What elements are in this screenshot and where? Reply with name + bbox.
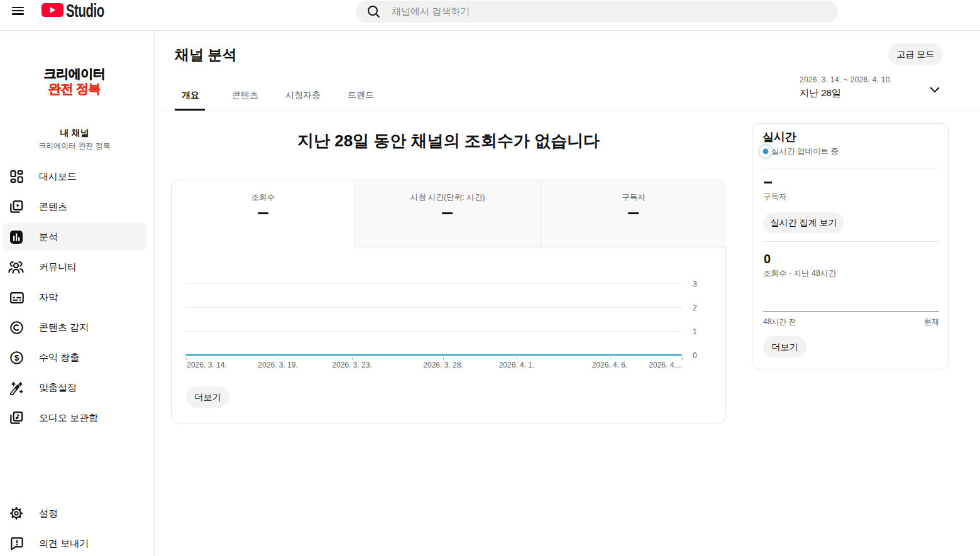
svg-text:$: $ <box>14 353 19 362</box>
